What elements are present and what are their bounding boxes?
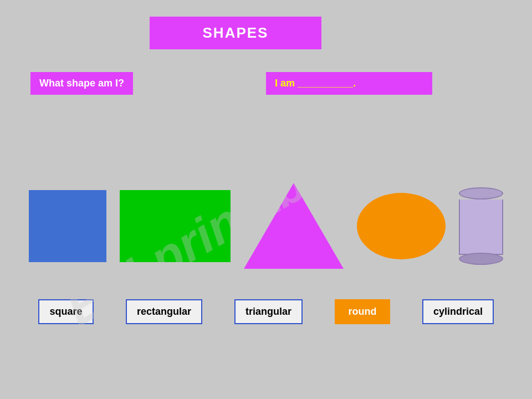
- cylinder-bottom: [459, 253, 503, 265]
- label-triangular[interactable]: triangular: [234, 299, 303, 324]
- label-round[interactable]: round: [335, 299, 390, 324]
- square-shape: [29, 190, 106, 262]
- label-rectangular[interactable]: rectangular: [126, 299, 202, 324]
- cylinder-body: [459, 200, 503, 255]
- cylinder-top: [459, 187, 503, 200]
- title-text: SHAPES: [203, 24, 269, 41]
- labels-row: square rectangular triangular round cyli…: [0, 299, 532, 324]
- title-bar: SHAPES: [150, 17, 321, 49]
- cylinder-shape: [459, 187, 503, 265]
- label-cylindrical[interactable]: cylindrical: [422, 299, 494, 324]
- answer-text: I am __________.: [275, 78, 356, 89]
- shapes-row: [0, 183, 532, 269]
- triangle-shape: [244, 183, 344, 269]
- rectangle-shape: [120, 190, 231, 262]
- label-square[interactable]: square: [38, 299, 94, 324]
- answer-box: I am __________.: [266, 72, 432, 95]
- question-text: What shape am I?: [39, 78, 124, 89]
- oval-shape: [357, 193, 446, 259]
- question-box: What shape am I?: [30, 72, 133, 95]
